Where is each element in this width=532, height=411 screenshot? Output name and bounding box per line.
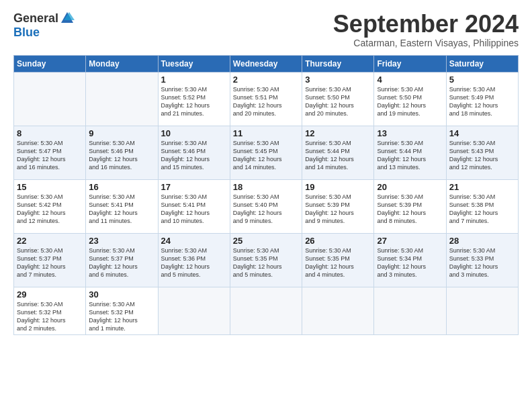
calendar-cell [14, 72, 86, 126]
day-number: 22 [17, 236, 83, 246]
cell-info: Sunrise: 5:30 AMSunset: 5:35 PMDaylight:… [233, 247, 282, 278]
day-number: 14 [449, 128, 515, 138]
logo: General Blue [13, 11, 75, 40]
cell-info: Sunrise: 5:30 AMSunset: 5:52 PMDaylight:… [161, 86, 210, 117]
header: General Blue September 2024 Catarman, Ea… [13, 11, 519, 48]
week-row-5: 29 Sunrise: 5:30 AMSunset: 5:32 PMDaylig… [14, 287, 519, 335]
cell-info: Sunrise: 5:30 AMSunset: 5:36 PMDaylight:… [161, 247, 210, 278]
cell-info: Sunrise: 5:30 AMSunset: 5:40 PMDaylight:… [233, 193, 282, 224]
day-number: 13 [377, 128, 443, 138]
cell-info: Sunrise: 5:30 AMSunset: 5:42 PMDaylight:… [17, 193, 66, 224]
day-number: 24 [161, 236, 227, 246]
calendar-cell [86, 72, 158, 126]
cell-info: Sunrise: 5:30 AMSunset: 5:37 PMDaylight:… [17, 247, 66, 278]
cell-info: Sunrise: 5:30 AMSunset: 5:32 PMDaylight:… [17, 301, 66, 332]
cell-info: Sunrise: 5:30 AMSunset: 5:45 PMDaylight:… [233, 140, 282, 171]
day-number: 2 [233, 75, 299, 85]
week-row-2: 8 Sunrise: 5:30 AMSunset: 5:47 PMDayligh… [14, 126, 519, 179]
calendar-cell [230, 287, 302, 335]
calendar-cell: 1 Sunrise: 5:30 AMSunset: 5:52 PMDayligh… [158, 72, 230, 126]
calendar-cell [158, 287, 230, 335]
day-number: 20 [377, 182, 443, 192]
day-number: 9 [89, 128, 154, 138]
calendar-cell: 26 Sunrise: 5:30 AMSunset: 5:35 PMDaylig… [302, 233, 374, 287]
calendar-cell [302, 287, 374, 335]
month-title: September 2024 [333, 11, 519, 38]
calendar-cell: 16 Sunrise: 5:30 AMSunset: 5:41 PMDaylig… [86, 179, 158, 233]
cell-info: Sunrise: 5:30 AMSunset: 5:51 PMDaylight:… [233, 86, 282, 117]
column-header-wednesday: Wednesday [230, 55, 302, 72]
calendar-cell: 27 Sunrise: 5:30 AMSunset: 5:34 PMDaylig… [374, 233, 446, 287]
cell-info: Sunrise: 5:30 AMSunset: 5:38 PMDaylight:… [449, 193, 498, 224]
cell-info: Sunrise: 5:30 AMSunset: 5:44 PMDaylight:… [377, 140, 426, 171]
calendar-cell: 5 Sunrise: 5:30 AMSunset: 5:49 PMDayligh… [446, 72, 518, 126]
week-row-3: 15 Sunrise: 5:30 AMSunset: 5:42 PMDaylig… [14, 179, 519, 233]
calendar-cell: 23 Sunrise: 5:30 AMSunset: 5:37 PMDaylig… [86, 233, 158, 287]
day-number: 16 [89, 182, 154, 192]
calendar-cell: 19 Sunrise: 5:30 AMSunset: 5:39 PMDaylig… [302, 179, 374, 233]
cell-info: Sunrise: 5:30 AMSunset: 5:35 PMDaylight:… [305, 247, 354, 278]
cell-info: Sunrise: 5:30 AMSunset: 5:32 PMDaylight:… [89, 301, 138, 332]
day-number: 30 [89, 289, 154, 300]
column-header-friday: Friday [374, 55, 446, 72]
cell-info: Sunrise: 5:30 AMSunset: 5:50 PMDaylight:… [377, 86, 426, 117]
calendar-cell: 28 Sunrise: 5:30 AMSunset: 5:33 PMDaylig… [446, 233, 518, 287]
calendar-cell: 24 Sunrise: 5:30 AMSunset: 5:36 PMDaylig… [158, 233, 230, 287]
column-header-tuesday: Tuesday [158, 55, 230, 72]
day-number: 19 [305, 182, 371, 192]
day-number: 21 [449, 182, 515, 192]
logo-general: General [13, 11, 58, 26]
day-number: 10 [161, 128, 227, 138]
title-block: September 2024 Catarman, Eastern Visayas… [333, 11, 519, 48]
day-number: 1 [161, 75, 227, 85]
day-number: 26 [305, 236, 371, 246]
cell-info: Sunrise: 5:30 AMSunset: 5:47 PMDaylight:… [17, 140, 66, 171]
cell-info: Sunrise: 5:30 AMSunset: 5:46 PMDaylight:… [89, 140, 138, 171]
day-number: 29 [17, 289, 83, 300]
column-header-thursday: Thursday [302, 55, 374, 72]
day-number: 5 [449, 75, 515, 85]
day-number: 25 [233, 236, 299, 246]
logo-icon [60, 11, 75, 26]
day-number: 23 [89, 236, 154, 246]
calendar-cell: 8 Sunrise: 5:30 AMSunset: 5:47 PMDayligh… [14, 126, 86, 179]
cell-info: Sunrise: 5:30 AMSunset: 5:39 PMDaylight:… [305, 193, 354, 224]
calendar-cell: 25 Sunrise: 5:30 AMSunset: 5:35 PMDaylig… [230, 233, 302, 287]
cell-info: Sunrise: 5:30 AMSunset: 5:44 PMDaylight:… [305, 140, 354, 171]
cell-info: Sunrise: 5:30 AMSunset: 5:41 PMDaylight:… [89, 193, 138, 224]
calendar-cell [446, 287, 518, 335]
calendar-cell: 12 Sunrise: 5:30 AMSunset: 5:44 PMDaylig… [302, 126, 374, 179]
calendar-cell: 15 Sunrise: 5:30 AMSunset: 5:42 PMDaylig… [14, 179, 86, 233]
day-number: 18 [233, 182, 299, 192]
day-number: 3 [305, 75, 371, 85]
calendar-cell: 9 Sunrise: 5:30 AMSunset: 5:46 PMDayligh… [86, 126, 158, 179]
cell-info: Sunrise: 5:30 AMSunset: 5:39 PMDaylight:… [377, 193, 426, 224]
day-number: 4 [377, 75, 443, 85]
day-number: 12 [305, 128, 371, 138]
location-subtitle: Catarman, Eastern Visayas, Philippines [333, 38, 519, 48]
cell-info: Sunrise: 5:30 AMSunset: 5:43 PMDaylight:… [449, 140, 498, 171]
cell-info: Sunrise: 5:30 AMSunset: 5:49 PMDaylight:… [449, 86, 498, 117]
calendar-cell: 13 Sunrise: 5:30 AMSunset: 5:44 PMDaylig… [374, 126, 446, 179]
calendar-cell: 3 Sunrise: 5:30 AMSunset: 5:50 PMDayligh… [302, 72, 374, 126]
calendar-cell [374, 287, 446, 335]
calendar-header-row: SundayMondayTuesdayWednesdayThursdayFrid… [14, 55, 519, 72]
week-row-4: 22 Sunrise: 5:30 AMSunset: 5:37 PMDaylig… [14, 233, 519, 287]
calendar-cell: 21 Sunrise: 5:30 AMSunset: 5:38 PMDaylig… [446, 179, 518, 233]
calendar-page: General Blue September 2024 Catarman, Ea… [0, 0, 532, 343]
day-number: 8 [17, 128, 83, 138]
cell-info: Sunrise: 5:30 AMSunset: 5:50 PMDaylight:… [305, 86, 354, 117]
calendar-cell: 14 Sunrise: 5:30 AMSunset: 5:43 PMDaylig… [446, 126, 518, 179]
day-number: 17 [161, 182, 227, 192]
week-row-1: 1 Sunrise: 5:30 AMSunset: 5:52 PMDayligh… [14, 72, 519, 126]
calendar-cell: 4 Sunrise: 5:30 AMSunset: 5:50 PMDayligh… [374, 72, 446, 126]
calendar-table: SundayMondayTuesdayWednesdayThursdayFrid… [13, 55, 519, 336]
cell-info: Sunrise: 5:30 AMSunset: 5:41 PMDaylight:… [161, 193, 210, 224]
cell-info: Sunrise: 5:30 AMSunset: 5:46 PMDaylight:… [161, 140, 210, 171]
day-number: 27 [377, 236, 443, 246]
day-number: 15 [17, 182, 83, 192]
column-header-sunday: Sunday [14, 55, 86, 72]
logo-blue: Blue [13, 26, 40, 40]
cell-info: Sunrise: 5:30 AMSunset: 5:37 PMDaylight:… [89, 247, 138, 278]
cell-info: Sunrise: 5:30 AMSunset: 5:33 PMDaylight:… [449, 247, 498, 278]
